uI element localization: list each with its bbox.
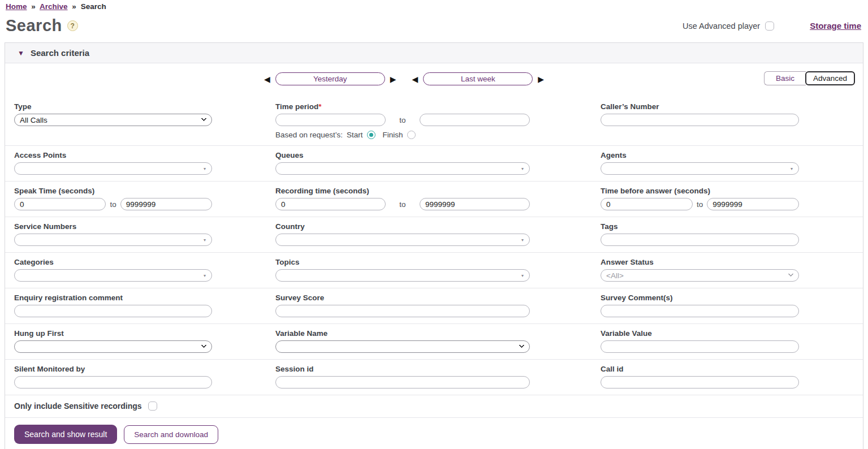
type-select[interactable]: All Calls: [14, 114, 212, 126]
time-period-to-input[interactable]: [420, 114, 530, 126]
basic-mode-button[interactable]: Basic: [764, 71, 806, 85]
categories-label: Categories: [14, 258, 212, 266]
enquiry-registration-comment-label: Enquiry registration comment: [14, 293, 212, 302]
survey-score-label: Survey Score: [275, 293, 530, 302]
hung-up-first-select[interactable]: [14, 340, 212, 353]
sensitive-recordings-checkbox[interactable]: [148, 401, 157, 411]
search-criteria-title: Search criteria: [31, 48, 89, 58]
use-advanced-player-label: Use Advanced player: [683, 21, 760, 31]
recording-time-to-input[interactable]: [420, 198, 530, 210]
page-title: Search: [6, 16, 62, 35]
enquiry-registration-comment-input[interactable]: [14, 305, 212, 317]
session-id-label: Session id: [275, 365, 530, 373]
survey-score-input[interactable]: [275, 305, 530, 317]
quick-date-nav: ◀ Yesterday ▶ ◀ Last week ▶: [264, 72, 552, 85]
topics-label: Topics: [275, 258, 530, 266]
variable-name-select[interactable]: [275, 340, 530, 353]
breadcrumb-separator: »: [72, 2, 76, 11]
advanced-mode-button[interactable]: Advanced: [805, 71, 855, 85]
time-before-answer-from-input[interactable]: [601, 198, 693, 210]
form-row-5: Categories ▾ Topics ▾ Answer Status: [5, 252, 863, 288]
collapse-triangle-icon: ▼: [18, 49, 24, 57]
country-label: Country: [275, 222, 530, 231]
use-advanced-player-checkbox[interactable]: [765, 21, 774, 31]
time-before-answer-to-input[interactable]: [707, 198, 799, 210]
call-id-label: Call id: [601, 365, 799, 373]
hung-up-first-label: Hung up First: [14, 329, 212, 338]
service-numbers-multiselect[interactable]: [14, 234, 212, 246]
recording-time-label: Recording time (seconds): [275, 187, 530, 195]
breadcrumb-separator: »: [31, 2, 36, 11]
breadcrumb-current: Search: [81, 2, 106, 11]
survey-comments-input[interactable]: [601, 305, 799, 317]
storage-time-link[interactable]: Storage time: [810, 21, 861, 31]
categories-multiselect[interactable]: [14, 269, 212, 282]
search-and-show-result-button[interactable]: Search and show result: [14, 425, 117, 444]
search-criteria-panel: ▼ Search criteria ◀ Yesterday ▶ ◀ Last w…: [5, 42, 863, 449]
mode-toggle: Basic Advanced: [764, 71, 855, 85]
form-row-3: Speak Time (seconds) to Recording time (…: [5, 181, 863, 217]
help-icon[interactable]: ?: [67, 20, 78, 31]
form-row-8: Silent Monitored by Session id Call id: [5, 359, 863, 395]
access-points-multiselect[interactable]: [14, 162, 212, 175]
silent-monitored-by-input[interactable]: [14, 376, 212, 388]
archive-search-page: Home » Archive » Search Search ? Use Adv…: [0, 0, 868, 449]
time-period-label: Time period*: [275, 102, 530, 111]
variable-value-label: Variable Value: [601, 329, 799, 338]
agents-multiselect[interactable]: [601, 162, 799, 175]
form-row-1: Type All Calls Time period* to Based on: [5, 97, 863, 145]
queues-label: Queues: [275, 151, 530, 159]
yesterday-button[interactable]: Yesterday: [275, 72, 385, 85]
to-label: to: [697, 200, 703, 209]
topics-multiselect[interactable]: [275, 269, 530, 282]
silent-monitored-by-label: Silent Monitored by: [14, 365, 212, 373]
recording-time-from-input[interactable]: [275, 198, 386, 210]
type-label: Type: [14, 102, 212, 111]
tags-label: Tags: [601, 222, 799, 231]
time-before-answer-label: Time before answer (seconds): [601, 187, 799, 195]
tags-input[interactable]: [601, 234, 799, 246]
start-radio[interactable]: [367, 131, 375, 139]
form-row-6: Enquiry registration comment Survey Scor…: [5, 288, 863, 323]
form-row-2: Access Points ▾ Queues ▾ Agents ▾: [5, 145, 863, 181]
breadcrumb-home-link[interactable]: Home: [6, 2, 27, 11]
to-label: to: [110, 200, 116, 209]
search-criteria-header[interactable]: ▼ Search criteria: [5, 43, 863, 63]
quick-date-row: ◀ Yesterday ▶ ◀ Last week ▶ Basic Advanc…: [5, 71, 863, 97]
start-radio-label: Start: [347, 131, 363, 139]
speak-time-to-input[interactable]: [120, 198, 212, 210]
access-points-label: Access Points: [14, 151, 212, 159]
required-asterisk: *: [318, 102, 321, 111]
to-label: to: [399, 200, 405, 209]
yesterday-next-icon[interactable]: ▶: [390, 75, 396, 83]
breadcrumb-archive-link[interactable]: Archive: [40, 2, 68, 11]
actions-row: Search and show result Search and downlo…: [5, 417, 863, 449]
finish-radio[interactable]: [407, 131, 416, 139]
last-week-button[interactable]: Last week: [423, 72, 533, 85]
agents-label: Agents: [601, 151, 799, 159]
based-on-label: Based on request’s:: [275, 131, 343, 139]
country-multiselect[interactable]: [275, 234, 530, 246]
queues-multiselect[interactable]: [275, 162, 530, 175]
session-id-input[interactable]: [275, 376, 530, 388]
service-numbers-label: Service Numbers: [14, 222, 212, 231]
to-label: to: [399, 116, 405, 124]
lastweek-next-icon[interactable]: ▶: [538, 75, 544, 83]
answer-status-label: Answer Status: [601, 258, 799, 266]
survey-comments-label: Survey Comment(s): [601, 293, 799, 302]
lastweek-prev-icon[interactable]: ◀: [412, 75, 418, 83]
answer-status-select[interactable]: <All>: [601, 269, 799, 282]
time-period-label-text: Time period: [275, 102, 318, 111]
search-and-download-button[interactable]: Search and download: [124, 425, 218, 444]
variable-value-input[interactable]: [601, 340, 799, 353]
top-bar: Home » Archive » Search Search ? Use Adv…: [0, 0, 868, 35]
time-period-from-input[interactable]: [275, 114, 386, 126]
sensitive-row: Only include Sensitive recordings: [5, 395, 863, 417]
call-id-input[interactable]: [601, 376, 799, 388]
callers-number-input[interactable]: [601, 114, 799, 126]
speak-time-from-input[interactable]: [14, 198, 106, 210]
speak-time-label: Speak Time (seconds): [14, 187, 212, 195]
finish-radio-label: Finish: [383, 131, 403, 139]
variable-name-label: Variable Name: [275, 329, 530, 338]
yesterday-prev-icon[interactable]: ◀: [264, 75, 270, 83]
